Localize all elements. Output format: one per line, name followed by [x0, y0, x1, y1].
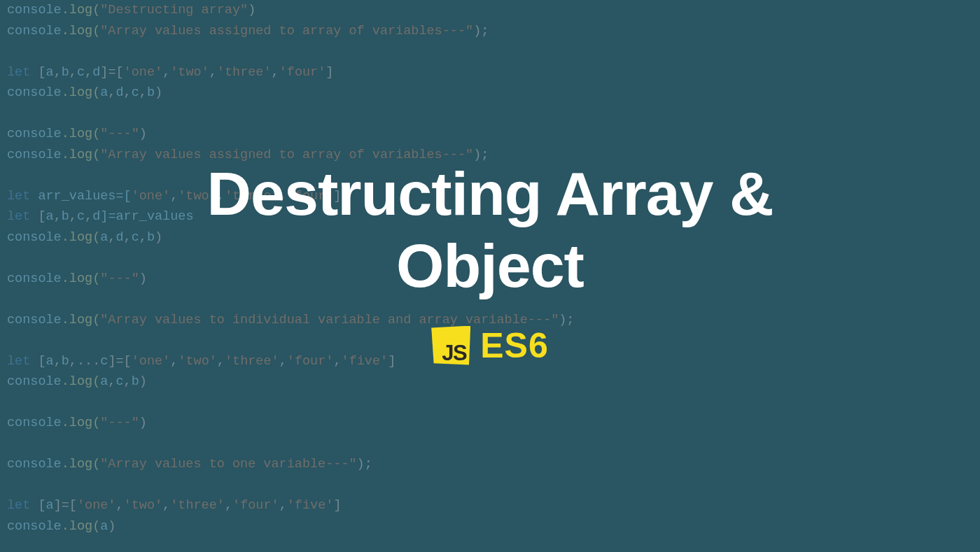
subtitle-row: JS ES6	[431, 325, 549, 366]
js-logo-icon: JS	[431, 326, 470, 365]
es6-label: ES6	[480, 325, 549, 366]
overlay-content: Destructing Array &Object JS ES6	[0, 0, 980, 552]
main-title: Destructing Array &Object	[206, 158, 773, 301]
